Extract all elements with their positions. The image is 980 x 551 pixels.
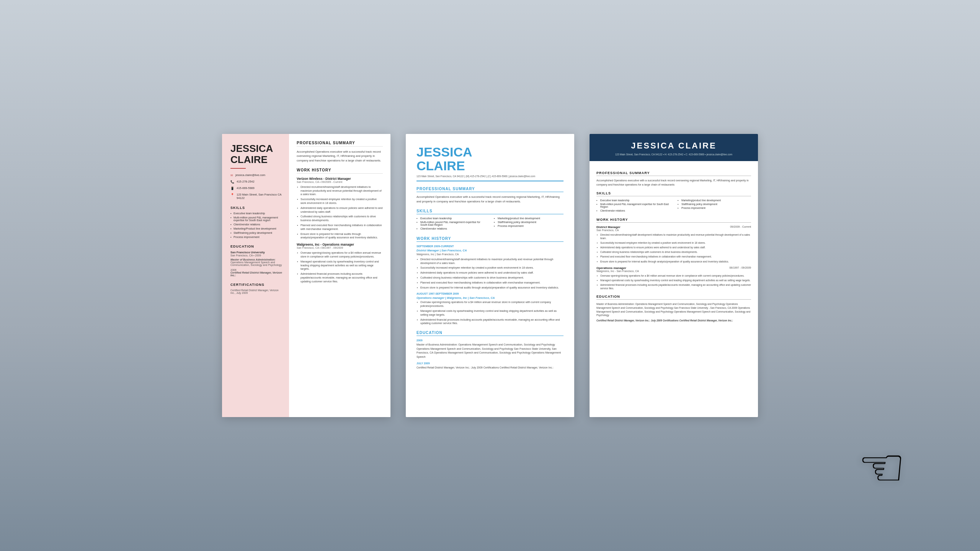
r1-job1-company: Verizon Wireless - District Manager [297,177,383,181]
skill-1: Executive team leadership [230,212,283,215]
edu-cert-label: Certified Retail District Manager, Veriz… [230,271,283,277]
r3-skill-4: Marketing/product line development [678,199,751,202]
r2-job2-title: Operations manager | Walgreens, Inc | Sa… [416,296,564,300]
r3-skill-5: Staff/training policy development [678,203,751,205]
resume3-body: PROFESSIONAL SUMMARY Accomplished Operat… [590,161,758,328]
resume1-cert-text: Certified Retail District Manager, Veriz… [230,289,283,294]
r3-skill-6: Process improvement [678,207,751,209]
r2-j1-b3: Administered daily operations to ensure … [416,271,564,275]
r3-job1-header: District Manager 09/2009 - Current [596,225,751,229]
r2-skill-5: Staff/training policy development [494,221,564,223]
r1-j1-b3: Administered daily operations to ensure … [297,206,383,214]
skill-4: Marketing/Product line development [230,227,283,230]
resume1-address: 📍 123 Main Street, San Francisco CA 9412… [230,193,283,200]
r2-skill-1: Executive team leadership [416,217,486,220]
r3-job1-company: San Francisco, CA [596,229,751,231]
resume3-work-title: WORK HISTORY [596,218,751,223]
r2-date1: SEPTEMBER 2009-CURRENT [416,245,564,248]
resume1-phone2: 📱 415-669-5989 [230,186,283,190]
r2-date2: AUGUST 1997-SEPTEMBER 2009 [416,292,564,295]
resume-card-2[interactable]: JESSICA CLAIRE 123 Main Street, San Fran… [406,134,574,417]
r3-job2-header: Operations manager 08/1997 - 09/2009 [596,266,751,270]
r3-j2-b3: Administered financial processes includi… [596,283,751,290]
resume3-skills-grid: Executive team leadership Multi-million … [596,199,751,213]
r2-j2-b3: Administered financial processes includi… [416,318,564,326]
r3-edu-text: Master of Business Administration: Opera… [596,302,751,317]
r1-j2-b3: Administered financial processes includi… [297,272,383,283]
edu-degree: Master of Business Administration: [230,258,283,261]
r3-skill-1: Executive team leadership [596,199,670,202]
resume3-edu-title: EDUCATION [596,295,751,300]
r1-job2-company: Walgreens, Inc - Operations manager [297,243,383,246]
r2-job1-subtitle: Walgreens, Inc | San Francisco, CA [416,253,564,256]
location-icon: 📍 [230,193,234,197]
r3-j2-b1: Oversaw opening/closing operations for a… [596,274,751,277]
r3-job1-title: District Manager [596,225,621,229]
r3-j1-b6: Ensure store is prepared for internal au… [596,260,751,263]
r2-edu-text2: Certified Retail District Manager, Veriz… [416,366,564,370]
edu-school: San Francisco University [230,251,283,254]
resume-card-3[interactable]: JESSICA CLAIRE 123 Main Street, San Fran… [590,134,758,417]
resume3-name: JESSICA CLAIRE [597,141,750,151]
resume1-email: ✉ jessica.claire@live.com [230,173,283,177]
skill-6: Process improvement [230,236,283,238]
r1-j1-b2: Successfully increased employee retentio… [297,197,383,205]
resume1-content: PROFESSIONAL SUMMARY Accomplished Operat… [289,134,390,417]
r2-edu-text1: Master of Business Administration: Opera… [416,343,564,359]
resume3-summary-title: PROFESSIONAL SUMMARY [596,171,751,176]
r2-j1-b5: Planned and executed floor merchandising… [416,281,564,285]
resume2-skills-title: SKILLS [416,209,564,214]
resume3-contact: 123 Main Street, San Francisco, CA 94122… [597,153,750,156]
r1-job1-location: San Francisco, CA • 09/2009 - Current [297,181,383,183]
edu-location: San Francisco, CA • 2009 [230,254,283,257]
resume1-summary-heading: PROFESSIONAL SUMMARY [297,141,383,147]
r2-j2-b2: Managed operational costs by spearheadin… [416,309,564,317]
r2-j2-b1: Oversaw opening/closing operations for a… [416,300,564,308]
r1-j2-b2: Managed operational costs by spearheadin… [297,260,383,271]
resume2-edu-title: EDUCATION [416,331,564,336]
r3-edu-cert: Certified Retail District Manager, Veriz… [596,319,751,323]
edu-field: Operations Management Speech and Communi… [230,261,283,266]
r3-skill-3: Client/vendor relations [596,209,670,212]
resume1-summary: Accomplished Operations executive with a… [297,150,383,163]
r2-skill-6: Process improvement [494,225,564,227]
edu-year2: 2006 [230,269,283,271]
resume1-name: JESSICA CLAIRE [230,143,283,165]
r1-j1-b4: Cultivated strong business relationships… [297,215,383,222]
r3-j2-b2: Managed operational costs by spearheadin… [596,279,751,282]
resume2-summary-title: PROFESSIONAL SUMMARY [416,187,564,192]
r2-skill-4: Marketing/product line development [494,217,564,220]
skill-2: Multi-million pound P&L management exper… [230,216,283,222]
skill-3: Client/vendor relations [230,223,283,226]
resume1-name-divider [230,168,246,169]
resumes-container: JESSICA CLAIRE ✉ jessica.claire@live.com… [0,111,980,440]
resume2-contact: 123 Main Street, San Francisco, CA 94122… [416,175,564,181]
r3-job2-title: Operations manager [596,266,626,270]
resume-card-1[interactable]: JESSICA CLAIRE ✉ jessica.claire@live.com… [222,134,390,417]
phone-icon-2: 📱 [230,187,234,190]
r1-j1-b5: Planned and executed floor merchandising… [297,223,383,231]
cursor-hand-icon: ☞ [858,436,906,499]
r2-j1-b1: Directed recruitment/training/staff deve… [416,258,564,265]
resume1-certs-title: CERTIFICATIONS [230,283,283,287]
resume3-summary: Accomplished Operations executive with a… [596,179,751,187]
r1-j2-b1: Oversaw opening/closing operations for a… [297,251,383,259]
r2-skill-3: Client/vendor relations [416,227,486,230]
r3-skill-2: Multi-million pound P&L management exper… [596,203,670,208]
resume2-summary: Accomplished Operations executive with a… [416,195,564,204]
r3-j1-b1: Directed recruitment/training/staff deve… [596,233,751,240]
r2-j1-b2: Successfully increased employee retentio… [416,266,564,270]
r2-skill-2: Multi-million pound P&L management exper… [416,221,486,226]
r1-j1-b6: Ensure store is prepared for internal au… [297,232,383,240]
r3-job2-date: 08/1997 - 09/2009 [729,266,751,270]
cursor-overlay: ☞ [858,436,942,520]
r2-edu-date1: 2009 [416,339,564,342]
resume2-work-title: WORK HISTORY [416,236,564,242]
resume1-education-title: EDUCATION [230,245,283,248]
r1-job2-location: San Francisco, CA • 08/1997 - 09/2009 [297,246,383,249]
skill-5: Staff/training policy development [230,231,283,234]
r3-j1-b3: Administered daily operations to ensure … [596,246,751,249]
r3-job2-company: Walgreens, Inc - San Francisco, CA [596,270,751,272]
r3-j1-b4: Cultivated strong business relationships… [596,250,751,254]
r3-j1-b2: Successfully increased employee retentio… [596,241,751,245]
